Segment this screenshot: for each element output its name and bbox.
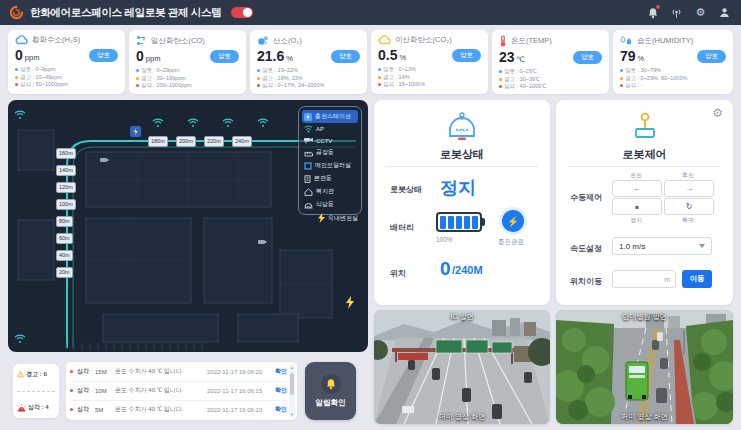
return-button[interactable]: ↻: [664, 198, 714, 215]
status-badge: 양호: [210, 50, 239, 63]
speed-setting-label: 속도설정: [570, 243, 602, 254]
scroll-thumb[interactable]: [290, 373, 294, 395]
distance-tag: 220m: [204, 136, 224, 147]
molecule-icon: [136, 35, 147, 46]
toggle-knob: [243, 8, 252, 17]
alert-confirm-button[interactable]: 알림확인: [305, 362, 356, 420]
chevron-down-icon: [699, 244, 705, 248]
legend-item-cafeteria[interactable]: 식당동: [302, 198, 358, 211]
antenna-signal-icon[interactable]: [670, 6, 683, 19]
stop-button[interactable]: ■: [612, 198, 662, 215]
camera-bottom-caption: 더미 영상 화면: [556, 412, 733, 422]
sensor-unit: ppm: [146, 54, 161, 63]
backward-button[interactable]: →: [664, 180, 714, 197]
siren-icon: [17, 404, 26, 412]
panel-title: 로봇상태: [374, 147, 550, 162]
oxygen-bubbles-icon: [257, 35, 269, 46]
critical-dot-icon: [70, 408, 73, 411]
scroll-up-icon[interactable]: ▲: [289, 365, 295, 370]
alert-row: 심각 10M 온도 수치가 40 ℃ 입니다. 2022-11-17 16:06…: [70, 381, 287, 401]
notification-bell-icon[interactable]: [646, 6, 659, 19]
legend-item-ap[interactable]: AP: [302, 123, 358, 135]
scroll-down-icon[interactable]: ▼: [289, 412, 295, 417]
distance-tag: 120m: [56, 182, 76, 193]
position-input-box[interactable]: m: [612, 270, 676, 288]
sensor-unit: %: [638, 54, 645, 63]
legend-item-substation[interactable]: 옥내변전실: [318, 213, 358, 223]
alert-table: 심각 15M 온도 수치가 40 ℃ 입니다. 2022-11-17 16:06…: [66, 362, 297, 420]
distance-tag: 80m: [56, 216, 73, 227]
dashed-divider: [17, 391, 55, 392]
distance-tag: 140m: [56, 165, 76, 176]
camera-bottom-caption: 더미 영상 화면: [374, 412, 550, 422]
sensor-value: 21.6: [257, 48, 284, 64]
sensor-card-o2: 산소(O₂) 21.6 % 양호 양호 : 19~22% 경고 : 18%, 2…: [250, 30, 367, 94]
topbar-icons: ⚙: [646, 0, 731, 25]
sensor-ranges: 양호 : 30~79% 경고 : 0~29%, 80~1000% 심각 : -: [620, 67, 726, 90]
factory-building-icon: [304, 149, 313, 157]
sensor-value: 0: [136, 48, 144, 64]
warning-triangle-icon: ⚠: [17, 370, 24, 379]
camera-scene-road: [556, 310, 733, 424]
critical-dot-icon: [70, 389, 73, 392]
alert-row: 심각 15M 온도 수치가 40 ℃ 입니다. 2022-11-17 16:06…: [70, 362, 287, 382]
backward-label: 후진: [664, 171, 712, 180]
sensor-title: 산소(O₂): [273, 36, 302, 46]
sensor-title: 일산화탄소(CO): [151, 36, 205, 46]
control-settings-gear-icon[interactable]: ⚙: [712, 106, 723, 120]
sensor-card-co2: 이산화탄소(CO₂) 0.5 % 양호 양호 : 0~13% 경고 : 14% …: [371, 30, 488, 94]
sensor-title: 황화수소(H₂S): [32, 35, 80, 45]
charging-icon: ⚡: [502, 210, 524, 232]
sensor-card-humidity: 습도(HUMIDITY) 79 % 양호 양호 : 30~79% 경고 : 0~…: [613, 30, 733, 94]
status-badge: 양호: [452, 49, 481, 62]
acknowledge-link[interactable]: 확인: [275, 386, 287, 395]
distance-tag: 100m: [56, 199, 76, 210]
sensor-unit: %: [286, 54, 293, 63]
cloud-icon: [15, 35, 28, 45]
move-button[interactable]: 이동: [682, 270, 712, 288]
position-total: /240M: [452, 264, 483, 276]
user-profile-icon[interactable]: [718, 6, 731, 19]
sensor-ranges: 양호 : 0~13% 경고 : 14% 심각 : 15~1000%: [378, 66, 481, 89]
sensor-ranges: 양호 : 0~29ppm 경고 : 30~199ppm 심각 : 200~100…: [136, 67, 239, 90]
sensor-title: 습도(HUMIDITY): [637, 36, 693, 46]
top-bar: 한화에어로스페이스 레일로봇 관제 시스템 ⚙: [0, 0, 741, 25]
acknowledge-link[interactable]: 확인: [275, 405, 287, 414]
stop-label: 정지: [612, 216, 660, 225]
map-legend: 충전스테이션 AP CCTV 공장동 메인보일러실 본관동: [298, 106, 362, 215]
power-toggle[interactable]: [231, 7, 253, 18]
sensor-value: 23: [499, 49, 515, 65]
sensor-card-temp: 온도(TEMP) 23 ℃ 양호 양호 : 0~29℃ 경고 : 30~39℃ …: [492, 30, 609, 94]
cctv-feed-2: 단대병원 방면 더미 영상 화면: [556, 310, 733, 424]
legend-item-welfare-hall[interactable]: 복지관: [302, 185, 358, 198]
acknowledge-link[interactable]: 확인: [275, 367, 287, 376]
legend-item-factory[interactable]: 공장동: [302, 146, 358, 159]
divider: [386, 166, 538, 167]
alert-row: 심각 5M 온도 수치가 40 ℃ 입니다. 2022-11-17 16:06:…: [70, 400, 287, 419]
speed-value: 1.0 m/s: [619, 242, 645, 251]
table-scrollbar[interactable]: ▲ ▼: [289, 364, 295, 418]
forward-button[interactable]: ←: [612, 180, 662, 197]
sensor-title: 이산화탄소(CO₂): [395, 35, 452, 45]
legend-item-cctv[interactable]: CCTV: [302, 135, 358, 146]
charging-station-icon: [304, 113, 312, 121]
distance-tag: 40m: [56, 250, 73, 261]
position-label: 위치: [390, 268, 406, 279]
legend-item-main-building[interactable]: 본관동: [302, 172, 358, 185]
battery-percent: 100%: [436, 236, 453, 243]
distance-tag: 240m: [232, 136, 252, 147]
sensor-card-h2s: 황화수소(H₂S) 0 ppm 양호 양호 : 0~9ppm 경고 : 10~4…: [8, 30, 125, 94]
position-input[interactable]: [618, 275, 664, 284]
joystick-icon: [632, 112, 658, 140]
sensor-ranges: 양호 : 0~9ppm 경고 : 10~49ppm 심각 : 50~1000pp…: [15, 66, 118, 89]
distance-tag: 180m: [148, 136, 168, 147]
battery-gauge: [436, 212, 482, 232]
distance-tag: 160m: [56, 148, 76, 159]
settings-gear-icon[interactable]: ⚙: [694, 6, 707, 19]
cctv-camera-icon: [304, 137, 313, 144]
legend-item-boiler-room[interactable]: 메인보일러실: [302, 159, 358, 172]
speed-select[interactable]: 1.0 m/s: [612, 237, 712, 255]
cloud-yellow-icon: [378, 35, 391, 45]
legend-item-charging-station[interactable]: 충전스테이션: [302, 110, 358, 123]
sensor-unit: %: [399, 53, 406, 62]
